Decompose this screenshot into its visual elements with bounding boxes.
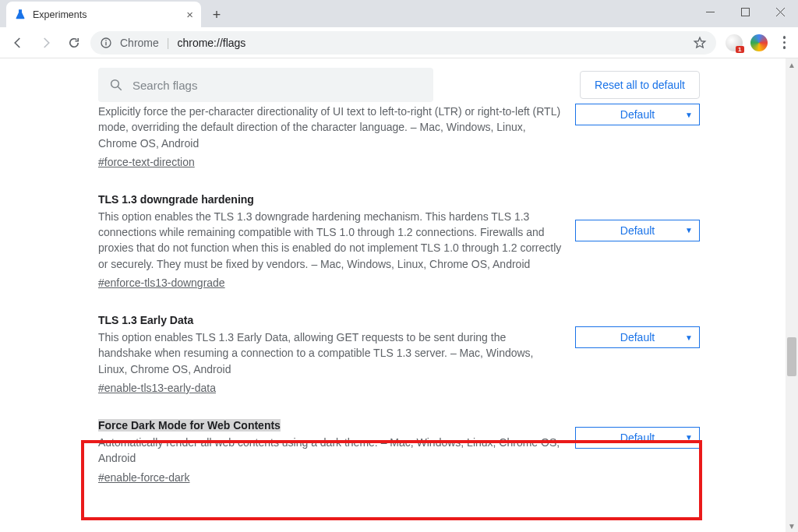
close-window-button[interactable]	[763, 0, 798, 23]
scrollbar-track[interactable]: ▲ ▼	[786, 58, 798, 532]
page-content: Search flags Reset all to default Force …	[0, 58, 798, 532]
flag-tls13-early-data: TLS 1.3 Early Data This option enables T…	[98, 303, 700, 408]
flag-tls13-downgrade: TLS 1.3 downgrade hardening This option …	[98, 182, 700, 303]
flag-force-text-direction: Force text direction Explicitly force th…	[98, 100, 700, 182]
svg-rect-1	[742, 8, 750, 16]
maximize-button[interactable]	[728, 0, 763, 23]
scroll-up-arrow[interactable]: ▲	[786, 58, 798, 71]
profile-avatar-icon[interactable]	[750, 34, 768, 51]
browser-tab[interactable]: Experiments ×	[6, 2, 201, 27]
flag-description: Explicitly force the per-character direc…	[98, 104, 562, 151]
flag-title: TLS 1.3 Early Data	[98, 314, 562, 326]
flags-list: Force text direction Explicitly force th…	[14, 100, 784, 498]
scrollbar-thumb[interactable]	[787, 337, 796, 376]
flag-title: Force Dark Mode for Web Contents	[98, 419, 562, 432]
extensions-area	[721, 34, 772, 51]
scroll-down-arrow[interactable]: ▼	[786, 520, 798, 532]
search-icon	[109, 78, 123, 92]
flag-dropdown[interactable]: Default	[575, 427, 700, 449]
flag-dropdown[interactable]: Default	[575, 220, 700, 241]
flag-description: Automatically render all web contents us…	[98, 435, 562, 467]
bookmark-star-icon[interactable]	[693, 36, 707, 50]
minimize-button[interactable]	[693, 0, 728, 23]
search-flags-input[interactable]: Search flags	[98, 68, 433, 102]
flag-dropdown[interactable]: Default	[575, 104, 700, 125]
address-bar[interactable]: Chrome | chrome://flags	[90, 31, 716, 55]
search-placeholder: Search flags	[132, 79, 197, 92]
reload-button[interactable]	[62, 31, 86, 55]
extension-icon-1[interactable]	[726, 34, 743, 51]
flag-anchor-link[interactable]: #enable-force-dark	[98, 471, 190, 484]
flag-description: This option enables TLS 1.3 Early Data, …	[98, 329, 562, 377]
flag-dropdown[interactable]: Default	[575, 326, 700, 348]
tab-title: Experiments	[33, 9, 180, 20]
site-info-icon[interactable]	[100, 37, 112, 49]
flag-description: This option enables the TLS 1.3 downgrad…	[98, 209, 562, 272]
flag-title: TLS 1.3 downgrade hardening	[98, 193, 562, 206]
omnibox-chrome-label: Chrome	[120, 37, 159, 49]
reset-all-button[interactable]: Reset all to default	[580, 71, 700, 99]
new-tab-button[interactable]: +	[206, 4, 228, 26]
close-tab-icon[interactable]: ×	[186, 8, 193, 21]
omnibox-url: chrome://flags	[177, 37, 245, 49]
forward-button[interactable]	[34, 31, 58, 55]
back-button[interactable]	[6, 31, 30, 55]
svg-rect-0	[706, 12, 715, 12]
omnibox-separator: |	[167, 37, 170, 49]
flask-icon	[14, 9, 26, 21]
tab-strip: Experiments × +	[0, 0, 798, 27]
flag-anchor-link[interactable]: #enable-tls13-early-data	[98, 382, 216, 394]
flags-header: Search flags Reset all to default	[14, 58, 784, 105]
flag-force-dark-mode: Force Dark Mode for Web Contents Automat…	[98, 408, 700, 498]
svg-point-7	[111, 80, 119, 88]
svg-rect-6	[105, 40, 106, 41]
flag-anchor-link[interactable]: #force-text-direction	[98, 156, 195, 168]
toolbar: Chrome | chrome://flags	[0, 27, 798, 58]
window-controls	[693, 0, 798, 23]
chrome-menu-button[interactable]	[777, 36, 793, 49]
flag-anchor-link[interactable]: #enforce-tls13-downgrade	[98, 277, 225, 289]
svg-line-8	[118, 86, 122, 90]
svg-rect-5	[105, 41, 106, 45]
